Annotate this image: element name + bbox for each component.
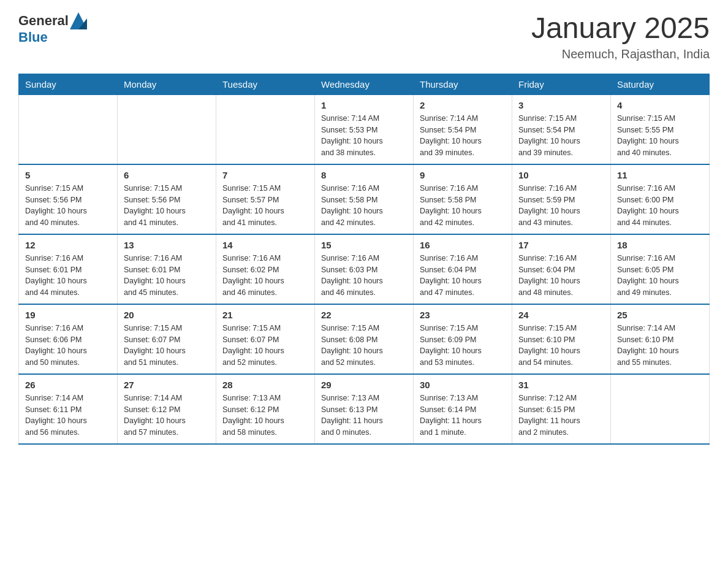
calendar-cell: 2Sunrise: 7:14 AMSunset: 5:54 PMDaylight… — [414, 94, 512, 164]
calendar-cell: 24Sunrise: 7:15 AMSunset: 6:10 PMDayligh… — [512, 304, 611, 374]
day-number: 24 — [518, 310, 604, 320]
day-info: Sunrise: 7:15 AMSunset: 6:07 PMDaylight:… — [222, 323, 308, 369]
day-number: 2 — [420, 100, 506, 110]
calendar-cell: 19Sunrise: 7:16 AMSunset: 6:06 PMDayligh… — [19, 304, 118, 374]
calendar-cell: 26Sunrise: 7:14 AMSunset: 6:11 PMDayligh… — [19, 374, 118, 444]
title-section: January 2025 Neemuch, Rajasthan, India — [531, 12, 710, 61]
page-header: General Blue January 2025 Neemuch, Rajas… — [18, 12, 710, 61]
calendar-week-row: 1Sunrise: 7:14 AMSunset: 5:53 PMDaylight… — [19, 94, 710, 164]
calendar-cell: 20Sunrise: 7:15 AMSunset: 6:07 PMDayligh… — [118, 304, 216, 374]
column-header-sunday: Sunday — [19, 74, 118, 94]
day-number: 8 — [321, 170, 407, 180]
day-number: 15 — [321, 240, 407, 250]
day-info: Sunrise: 7:13 AMSunset: 6:13 PMDaylight:… — [321, 393, 407, 439]
day-number: 26 — [25, 380, 111, 390]
day-number: 14 — [222, 240, 308, 250]
day-number: 3 — [518, 100, 604, 110]
calendar-cell: 1Sunrise: 7:14 AMSunset: 5:53 PMDaylight… — [315, 94, 414, 164]
day-info: Sunrise: 7:13 AMSunset: 6:14 PMDaylight:… — [420, 393, 506, 439]
calendar-table: SundayMondayTuesdayWednesdayThursdayFrid… — [18, 74, 710, 445]
day-info: Sunrise: 7:16 AMSunset: 6:01 PMDaylight:… — [124, 253, 210, 299]
calendar-cell: 12Sunrise: 7:16 AMSunset: 6:01 PMDayligh… — [19, 234, 118, 304]
calendar-cell: 4Sunrise: 7:15 AMSunset: 5:55 PMDaylight… — [611, 94, 710, 164]
day-info: Sunrise: 7:15 AMSunset: 5:56 PMDaylight:… — [124, 183, 210, 229]
day-info: Sunrise: 7:15 AMSunset: 5:54 PMDaylight:… — [518, 113, 604, 159]
day-number: 21 — [222, 310, 308, 320]
calendar-cell: 18Sunrise: 7:16 AMSunset: 6:05 PMDayligh… — [611, 234, 710, 304]
day-info: Sunrise: 7:15 AMSunset: 6:07 PMDaylight:… — [124, 323, 210, 369]
calendar-cell: 5Sunrise: 7:15 AMSunset: 5:56 PMDaylight… — [19, 164, 118, 234]
day-info: Sunrise: 7:14 AMSunset: 6:10 PMDaylight:… — [617, 323, 703, 369]
calendar-cell: 15Sunrise: 7:16 AMSunset: 6:03 PMDayligh… — [315, 234, 414, 304]
calendar-cell: 22Sunrise: 7:15 AMSunset: 6:08 PMDayligh… — [315, 304, 414, 374]
calendar-cell — [19, 94, 118, 164]
day-number: 5 — [25, 170, 111, 180]
day-number: 1 — [321, 100, 407, 110]
calendar-cell: 25Sunrise: 7:14 AMSunset: 6:10 PMDayligh… — [611, 304, 710, 374]
calendar-cell: 13Sunrise: 7:16 AMSunset: 6:01 PMDayligh… — [118, 234, 216, 304]
calendar-cell — [216, 94, 315, 164]
location-subtitle: Neemuch, Rajasthan, India — [531, 47, 710, 61]
calendar-cell: 17Sunrise: 7:16 AMSunset: 6:04 PMDayligh… — [512, 234, 611, 304]
day-number: 29 — [321, 380, 407, 390]
day-info: Sunrise: 7:16 AMSunset: 6:04 PMDaylight:… — [420, 253, 506, 299]
calendar-cell: 3Sunrise: 7:15 AMSunset: 5:54 PMDaylight… — [512, 94, 611, 164]
calendar-week-row: 12Sunrise: 7:16 AMSunset: 6:01 PMDayligh… — [19, 234, 710, 304]
logo-icon — [70, 12, 87, 29]
day-info: Sunrise: 7:14 AMSunset: 5:53 PMDaylight:… — [321, 113, 407, 159]
day-info: Sunrise: 7:14 AMSunset: 5:54 PMDaylight:… — [420, 113, 506, 159]
day-info: Sunrise: 7:15 AMSunset: 5:57 PMDaylight:… — [222, 183, 308, 229]
calendar-cell: 9Sunrise: 7:16 AMSunset: 5:58 PMDaylight… — [414, 164, 512, 234]
calendar-week-row: 5Sunrise: 7:15 AMSunset: 5:56 PMDaylight… — [19, 164, 710, 234]
column-header-thursday: Thursday — [414, 74, 512, 94]
calendar-cell: 8Sunrise: 7:16 AMSunset: 5:58 PMDaylight… — [315, 164, 414, 234]
day-info: Sunrise: 7:15 AMSunset: 5:55 PMDaylight:… — [617, 113, 703, 159]
day-info: Sunrise: 7:16 AMSunset: 6:06 PMDaylight:… — [25, 323, 111, 369]
day-number: 28 — [222, 380, 308, 390]
day-info: Sunrise: 7:14 AMSunset: 6:11 PMDaylight:… — [25, 393, 111, 439]
day-info: Sunrise: 7:16 AMSunset: 6:00 PMDaylight:… — [617, 183, 703, 229]
day-number: 4 — [617, 100, 703, 110]
calendar-cell: 14Sunrise: 7:16 AMSunset: 6:02 PMDayligh… — [216, 234, 315, 304]
calendar-cell: 7Sunrise: 7:15 AMSunset: 5:57 PMDaylight… — [216, 164, 315, 234]
column-header-saturday: Saturday — [611, 74, 710, 94]
calendar-week-row: 26Sunrise: 7:14 AMSunset: 6:11 PMDayligh… — [19, 374, 710, 444]
day-info: Sunrise: 7:16 AMSunset: 6:05 PMDaylight:… — [617, 253, 703, 299]
calendar-cell: 11Sunrise: 7:16 AMSunset: 6:00 PMDayligh… — [611, 164, 710, 234]
day-number: 27 — [124, 380, 210, 390]
day-number: 30 — [420, 380, 506, 390]
day-number: 17 — [518, 240, 604, 250]
column-header-tuesday: Tuesday — [216, 74, 315, 94]
calendar-cell: 30Sunrise: 7:13 AMSunset: 6:14 PMDayligh… — [414, 374, 512, 444]
day-info: Sunrise: 7:15 AMSunset: 6:08 PMDaylight:… — [321, 323, 407, 369]
day-number: 25 — [617, 310, 703, 320]
calendar-header-row: SundayMondayTuesdayWednesdayThursdayFrid… — [19, 74, 710, 94]
day-info: Sunrise: 7:16 AMSunset: 5:59 PMDaylight:… — [518, 183, 604, 229]
day-info: Sunrise: 7:16 AMSunset: 6:01 PMDaylight:… — [25, 253, 111, 299]
calendar-cell: 6Sunrise: 7:15 AMSunset: 5:56 PMDaylight… — [118, 164, 216, 234]
calendar-cell: 31Sunrise: 7:12 AMSunset: 6:15 PMDayligh… — [512, 374, 611, 444]
calendar-cell: 28Sunrise: 7:13 AMSunset: 6:12 PMDayligh… — [216, 374, 315, 444]
column-header-monday: Monday — [118, 74, 216, 94]
day-info: Sunrise: 7:12 AMSunset: 6:15 PMDaylight:… — [518, 393, 604, 439]
day-number: 19 — [25, 310, 111, 320]
day-info: Sunrise: 7:16 AMSunset: 6:04 PMDaylight:… — [518, 253, 604, 299]
column-header-wednesday: Wednesday — [315, 74, 414, 94]
calendar-cell — [118, 94, 216, 164]
calendar-cell — [611, 374, 710, 444]
logo: General Blue — [18, 12, 87, 45]
day-number: 9 — [420, 170, 506, 180]
day-number: 13 — [124, 240, 210, 250]
day-number: 11 — [617, 170, 703, 180]
day-info: Sunrise: 7:15 AMSunset: 5:56 PMDaylight:… — [25, 183, 111, 229]
calendar-cell: 16Sunrise: 7:16 AMSunset: 6:04 PMDayligh… — [414, 234, 512, 304]
logo-text-general: General — [18, 13, 69, 29]
day-number: 16 — [420, 240, 506, 250]
calendar-cell: 10Sunrise: 7:16 AMSunset: 5:59 PMDayligh… — [512, 164, 611, 234]
calendar-cell: 29Sunrise: 7:13 AMSunset: 6:13 PMDayligh… — [315, 374, 414, 444]
calendar-week-row: 19Sunrise: 7:16 AMSunset: 6:06 PMDayligh… — [19, 304, 710, 374]
calendar-cell: 21Sunrise: 7:15 AMSunset: 6:07 PMDayligh… — [216, 304, 315, 374]
calendar-cell: 23Sunrise: 7:15 AMSunset: 6:09 PMDayligh… — [414, 304, 512, 374]
day-info: Sunrise: 7:16 AMSunset: 5:58 PMDaylight:… — [420, 183, 506, 229]
day-number: 18 — [617, 240, 703, 250]
